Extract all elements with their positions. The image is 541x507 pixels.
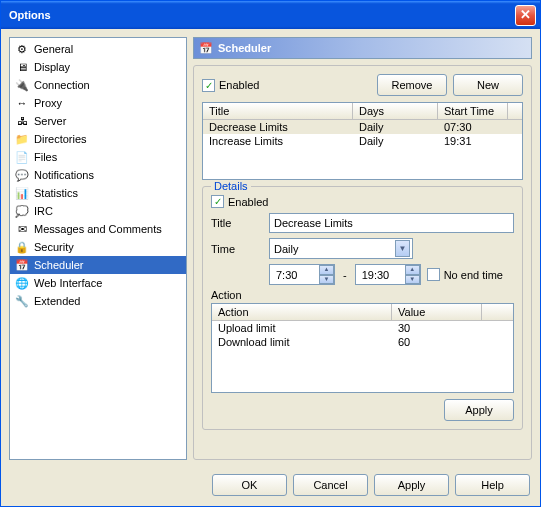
new-button[interactable]: New — [453, 74, 523, 96]
body: ⚙General🖥Display🔌Connection↔Proxy🖧Server… — [1, 29, 540, 468]
start-time-spinner[interactable]: 7:30 ▲ ▼ — [269, 264, 335, 285]
cell-start: 07:30 — [438, 120, 508, 134]
cell-days: Daily — [353, 120, 438, 134]
sidebar-item-general[interactable]: ⚙General — [10, 40, 186, 58]
title-input[interactable] — [269, 213, 514, 233]
table-row[interactable]: Decrease LimitsDaily07:30 — [203, 120, 522, 134]
sidebar-item-proxy[interactable]: ↔Proxy — [10, 94, 186, 112]
sidebar-item-label: Directories — [34, 133, 87, 145]
section-title: Scheduler — [218, 42, 271, 54]
details-enabled-checkbox[interactable]: ✓ — [211, 195, 224, 208]
security-icon: 🔒 — [14, 239, 30, 255]
details-apply-button[interactable]: Apply — [444, 399, 514, 421]
no-end-time-label: No end time — [444, 269, 503, 281]
window-title: Options — [5, 9, 515, 21]
sidebar-item-display[interactable]: 🖥Display — [10, 58, 186, 76]
enabled-label: Enabled — [219, 79, 259, 91]
apply-button[interactable]: Apply — [374, 474, 449, 496]
sidebar-item-label: Display — [34, 61, 70, 73]
general-icon: ⚙ — [14, 41, 30, 57]
time-combo[interactable]: Daily ▼ — [269, 238, 413, 259]
spinner-up-icon[interactable]: ▲ — [405, 265, 420, 275]
sidebar-item-security[interactable]: 🔒Security — [10, 238, 186, 256]
sidebar-item-label: General — [34, 43, 73, 55]
remove-button[interactable]: Remove — [377, 74, 447, 96]
sidebar-item-label: Proxy — [34, 97, 62, 109]
column-days[interactable]: Days — [353, 103, 438, 119]
end-time-spinner[interactable]: 19:30 ▲ ▼ — [355, 264, 421, 285]
titlebar[interactable]: Options ✕ — [1, 1, 540, 29]
sidebar-item-irc[interactable]: 💭IRC — [10, 202, 186, 220]
main-panel: 📅 Scheduler ✓ Enabled Remove New — [193, 37, 532, 460]
sidebar-item-files[interactable]: 📄Files — [10, 148, 186, 166]
column-title[interactable]: Title — [203, 103, 353, 119]
section-header: 📅 Scheduler — [193, 37, 532, 59]
no-end-time-checkbox[interactable] — [427, 268, 440, 281]
cell-days: Daily — [353, 134, 438, 148]
column-action[interactable]: Action — [212, 304, 392, 320]
connection-icon: 🔌 — [14, 77, 30, 93]
sidebar-item-label: Server — [34, 115, 66, 127]
enabled-checkbox-wrap[interactable]: ✓ Enabled — [202, 79, 259, 92]
end-time-value: 19:30 — [362, 269, 390, 281]
scheduler-icon: 📅 — [14, 257, 30, 273]
messages-and-comments-icon: ✉ — [14, 221, 30, 237]
spinner-up-icon[interactable]: ▲ — [319, 265, 334, 275]
spinner-down-icon[interactable]: ▼ — [319, 275, 334, 285]
sidebar-item-label: Web Interface — [34, 277, 102, 289]
category-sidebar[interactable]: ⚙General🖥Display🔌Connection↔Proxy🖧Server… — [9, 37, 187, 460]
action-table-head: Action Value — [212, 304, 513, 321]
action-table[interactable]: Action Value Upload limit30Download limi… — [211, 303, 514, 393]
sidebar-item-server[interactable]: 🖧Server — [10, 112, 186, 130]
sidebar-item-extended[interactable]: 🔧Extended — [10, 292, 186, 310]
table-row[interactable]: Increase LimitsDaily19:31 — [203, 134, 522, 148]
table-row[interactable]: Download limit60 — [212, 335, 513, 349]
details-fieldset: Details ✓ Enabled Title Time Daily ▼ — [202, 186, 523, 430]
sidebar-item-directories[interactable]: 📁Directories — [10, 130, 186, 148]
proxy-icon: ↔ — [14, 95, 30, 111]
time-combo-value: Daily — [274, 243, 298, 255]
sidebar-item-label: Messages and Comments — [34, 223, 162, 235]
help-button[interactable]: Help — [455, 474, 530, 496]
no-end-time-wrap[interactable]: No end time — [427, 268, 503, 281]
sidebar-item-label: Connection — [34, 79, 90, 91]
display-icon: 🖥 — [14, 59, 30, 75]
close-button[interactable]: ✕ — [515, 5, 536, 26]
column-value[interactable]: Value — [392, 304, 482, 320]
content-panel: ✓ Enabled Remove New Title Days Start Ti… — [193, 65, 532, 460]
sidebar-item-web-interface[interactable]: 🌐Web Interface — [10, 274, 186, 292]
details-enabled-wrap[interactable]: ✓ Enabled — [211, 195, 514, 208]
extended-icon: 🔧 — [14, 293, 30, 309]
sidebar-item-scheduler[interactable]: 📅Scheduler — [10, 256, 186, 274]
start-time-value: 7:30 — [276, 269, 297, 281]
sidebar-item-label: Notifications — [34, 169, 94, 181]
options-window: Options ✕ ⚙General🖥Display🔌Connection↔Pr… — [0, 0, 541, 507]
sidebar-item-label: Files — [34, 151, 57, 163]
statistics-icon: 📊 — [14, 185, 30, 201]
sidebar-item-connection[interactable]: 🔌Connection — [10, 76, 186, 94]
table-row[interactable]: Upload limit30 — [212, 321, 513, 335]
sidebar-item-messages-and-comments[interactable]: ✉Messages and Comments — [10, 220, 186, 238]
directories-icon: 📁 — [14, 131, 30, 147]
time-label: Time — [211, 243, 263, 255]
spinner-down-icon[interactable]: ▼ — [405, 275, 420, 285]
cancel-button[interactable]: Cancel — [293, 474, 368, 496]
details-enabled-label: Enabled — [228, 196, 268, 208]
chevron-down-icon[interactable]: ▼ — [395, 240, 410, 257]
sidebar-item-statistics[interactable]: 📊Statistics — [10, 184, 186, 202]
column-start[interactable]: Start Time — [438, 103, 508, 119]
files-icon: 📄 — [14, 149, 30, 165]
schedule-table[interactable]: Title Days Start Time Decrease LimitsDai… — [202, 102, 523, 180]
ok-button[interactable]: OK — [212, 474, 287, 496]
irc-icon: 💭 — [14, 203, 30, 219]
sidebar-item-label: Security — [34, 241, 74, 253]
enabled-checkbox[interactable]: ✓ — [202, 79, 215, 92]
cell-action: Download limit — [212, 335, 392, 349]
details-legend: Details — [211, 180, 251, 192]
sidebar-item-label: IRC — [34, 205, 53, 217]
sidebar-item-notifications[interactable]: 💬Notifications — [10, 166, 186, 184]
title-label: Title — [211, 217, 263, 229]
sidebar-item-label: Extended — [34, 295, 80, 307]
sidebar-item-label: Statistics — [34, 187, 78, 199]
cell-action: Upload limit — [212, 321, 392, 335]
